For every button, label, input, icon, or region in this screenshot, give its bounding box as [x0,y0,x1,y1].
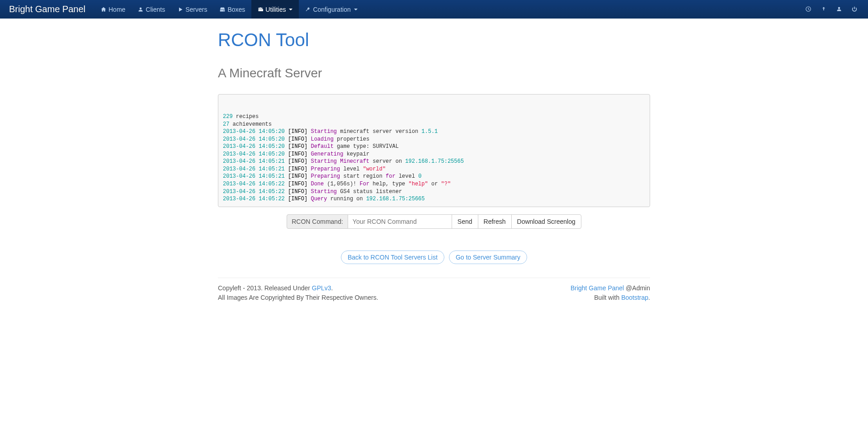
page-subtitle: A Minecraft Server [218,66,650,80]
recipes-count: 229 [223,113,233,120]
log-tag: [INFO] [288,173,307,180]
achievements-label: achievements [233,121,272,128]
footer: Copyleft - 2013. Released Under GPLv3. A… [218,284,650,302]
log-kw: Done [311,181,324,187]
log-str: "help" [409,181,428,187]
nav-clients[interactable]: Clients [132,0,171,19]
nav-buttons: Back to RCON Tool Servers List Go to Ser… [218,250,650,264]
log-text: game type: SURVIVAL [334,143,399,150]
divider [218,278,650,278]
refresh-button[interactable]: Refresh [478,214,512,229]
log-ts: 2013-04-26 14:05:21 [223,166,285,172]
log-text: level [396,173,418,180]
log-tag: [INFO] [288,166,307,172]
nav-home[interactable]: Home [94,0,132,19]
log-ts: 2013-04-26 14:05:22 [223,181,285,187]
log-kw: Preparing [311,173,340,180]
log-output: 229 recipes 27 achievements 2013-04-26 1… [218,94,650,207]
log-text: help, type [369,181,408,187]
built-text: Built with [594,294,621,301]
log-ts: 2013-04-26 14:05:20 [223,128,285,135]
summary-button[interactable]: Go to Server Summary [449,250,527,264]
log-tag: [INFO] [288,189,307,195]
caret-icon [354,9,358,10]
log-num: 192.168.1.75:25565 [405,158,464,165]
log-tag: [INFO] [288,181,307,187]
footer-right: Bright Game Panel @Admin Built with Boot… [571,284,650,302]
copyleft-text: Copyleft - 2013. Released Under [218,284,312,292]
user-icon [138,7,143,12]
nav-boxes-label: Boxes [227,6,245,13]
log-kw: Query [311,196,327,202]
log-tag: [INFO] [288,196,307,202]
recipes-label: recipes [236,113,259,120]
log-kw: Loading [311,136,333,142]
admin-text: @Admin [624,284,650,292]
log-text: (1,056s)! [324,181,359,187]
log-tag: [INFO] [288,151,307,157]
achievements-count: 27 [223,121,229,128]
nav-utilities[interactable]: Utilities [251,0,299,19]
log-text: start region [340,173,386,180]
log-text: or [428,181,441,187]
hdd-icon [220,7,225,12]
log-text: level [340,166,363,172]
main-container: RCON Tool A Minecraft Server 229 recipes… [218,30,650,302]
log-tag: [INFO] [288,158,307,165]
nav-utilities-label: Utilities [265,6,286,13]
send-button[interactable]: Send [452,214,478,229]
navbar: Bright Game Panel Home Clients Servers B… [0,0,868,19]
log-kw: Starting [311,189,337,195]
log-str: "?" [441,181,451,187]
bgp-link[interactable]: Bright Game Panel [571,284,624,292]
log-ts: 2013-04-26 14:05:20 [223,143,285,150]
caret-icon [289,9,292,10]
nav-home-label: Home [108,6,125,13]
nav-boxes[interactable]: Boxes [213,0,251,19]
log-ts: 2013-04-26 14:05:21 [223,158,285,165]
log-kw: for [386,173,396,180]
nav-servers-label: Servers [185,6,207,13]
navbar-right [804,1,859,18]
log-num: 0 [418,173,421,180]
navbar-left: Bright Game Panel Home Clients Servers B… [9,0,364,19]
svg-point-0 [224,10,225,11]
power-icon[interactable] [850,1,859,18]
bootstrap-link[interactable]: Bootstrap [621,294,648,301]
profile-icon[interactable] [835,1,844,18]
log-ts: 2013-04-26 14:05:20 [223,151,285,157]
gpl-link[interactable]: GPLv3 [312,284,331,292]
log-tag: [INFO] [288,143,307,150]
rcon-input[interactable] [348,214,452,229]
log-ts: 2013-04-26 14:05:22 [223,189,285,195]
nav-clients-label: Clients [146,6,165,13]
nav-configuration-label: Configuration [313,6,350,13]
log-text: minecraft server version [337,128,421,135]
brand[interactable]: Bright Game Panel [9,4,94,14]
log-kw: Preparing [311,166,340,172]
upload-icon[interactable] [819,1,828,18]
briefcase-icon [258,7,263,12]
log-num: 192.168.1.75:25665 [366,196,425,202]
rcon-form: RCON Command: Send Refresh Download Scre… [218,214,650,229]
nav-configuration[interactable]: Configuration [299,0,363,19]
back-button[interactable]: Back to RCON Tool Servers List [341,250,444,264]
images-text: All Images Are Copyrighted By Their Resp… [218,294,378,301]
nav-servers[interactable]: Servers [171,0,213,19]
log-text: keypair [343,151,369,157]
footer-left: Copyleft - 2013. Released Under GPLv3. A… [218,284,378,302]
log-kw: For [359,181,369,187]
log-tag: [INFO] [288,136,307,142]
rcon-label: RCON Command: [287,214,348,229]
clock-icon[interactable] [804,1,813,18]
log-kw: Starting Minecraft [311,158,369,165]
download-button[interactable]: Download Screenlog [511,214,581,229]
log-text: server on [369,158,405,165]
log-str: "world" [363,166,386,172]
log-num: 1.5.1 [421,128,438,135]
log-kw: Generating [311,151,343,157]
log-kw: Starting [311,128,337,135]
log-kw: Default [311,143,333,150]
log-tag: [INFO] [288,128,307,135]
log-text: running on [327,196,366,202]
